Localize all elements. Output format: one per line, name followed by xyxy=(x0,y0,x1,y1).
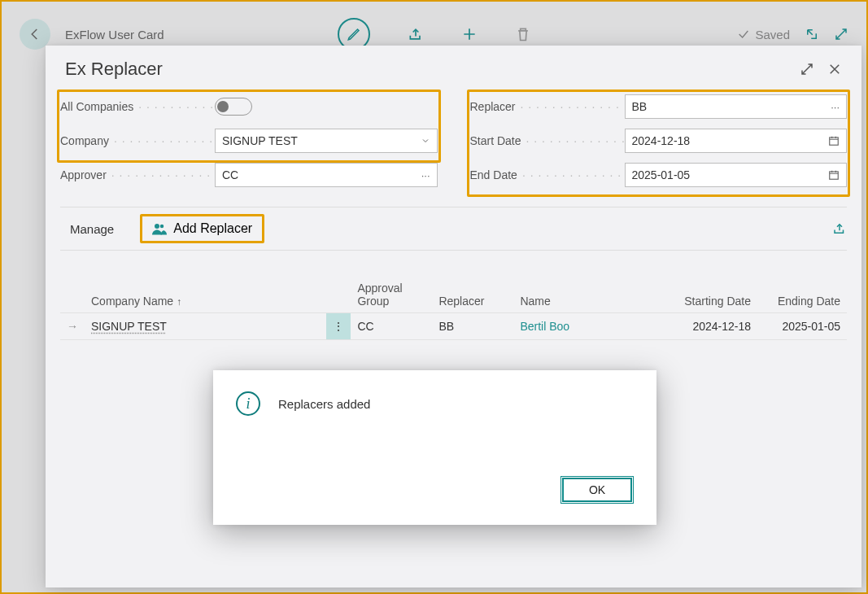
sort-asc-icon: ↑ xyxy=(177,296,181,308)
add-replacer-button[interactable]: Add Replacer xyxy=(140,214,264,243)
cell-approval-group: CC xyxy=(351,313,432,340)
ellipsis-icon: ··· xyxy=(421,169,430,181)
panel-header: Ex Replacer xyxy=(46,46,861,85)
company-value: SIGNUP TEST xyxy=(222,134,421,147)
start-date-input[interactable]: 2024-12-18 xyxy=(625,129,848,153)
panel-title: Ex Replacer xyxy=(65,59,163,80)
form-right-column: Replacer BB ··· Start Date 2024-12-18 xyxy=(470,90,848,192)
cell-company-name[interactable]: SIGNUP TEST xyxy=(91,320,167,333)
table-row[interactable]: → SIGNUP TEST ⋮ CC BB Bertil Boo 2024-12… xyxy=(60,313,847,340)
cell-starting-date: 2024-12-18 xyxy=(660,313,757,340)
info-icon: i xyxy=(236,391,260,416)
calendar-icon xyxy=(828,135,840,146)
all-companies-toggle[interactable] xyxy=(215,98,252,116)
row-select-arrow-icon[interactable]: → xyxy=(60,313,85,340)
info-dialog: i Replacers added OK xyxy=(213,370,656,525)
ellipsis-icon: ··· xyxy=(831,101,840,113)
cell-replacer: BB xyxy=(432,313,513,340)
replacer-table: Company Name ↑ Approval Group Replacer N… xyxy=(60,277,847,340)
svg-point-3 xyxy=(160,225,164,229)
col-starting-date[interactable]: Starting Date xyxy=(660,277,757,313)
end-date-value: 2025-01-05 xyxy=(632,168,829,181)
replacer-label: Replacer xyxy=(470,100,625,113)
svg-point-2 xyxy=(155,224,159,229)
chevron-down-icon xyxy=(421,136,430,146)
cell-name-link[interactable]: Bertil Boo xyxy=(520,320,569,333)
replacer-value: BB xyxy=(632,100,831,113)
manage-button[interactable]: Manage xyxy=(60,217,124,241)
company-label: Company xyxy=(60,134,215,147)
end-date-label: End Date xyxy=(470,168,625,181)
col-company-name[interactable]: Company Name ↑ xyxy=(85,277,326,313)
start-date-value: 2024-12-18 xyxy=(632,134,829,147)
dialog-message: Replacers added xyxy=(278,397,370,411)
panel-expand-icon[interactable] xyxy=(800,62,814,76)
share-list-button[interactable] xyxy=(832,221,847,236)
start-date-label: Start Date xyxy=(470,134,625,147)
svg-rect-0 xyxy=(830,138,839,145)
all-companies-label: All Companies xyxy=(60,100,215,113)
manage-label: Manage xyxy=(70,222,114,236)
approver-value: CC xyxy=(222,168,421,181)
form-area: All Companies Company SIGNUP TEST xyxy=(46,85,861,192)
users-icon xyxy=(152,222,167,235)
col-replacer[interactable]: Replacer xyxy=(432,277,513,313)
cell-ending-date: 2025-01-05 xyxy=(757,313,847,340)
company-select[interactable]: SIGNUP TEST xyxy=(215,129,438,153)
row-menu-button[interactable]: ⋮ xyxy=(326,313,351,340)
add-replacer-label: Add Replacer xyxy=(173,221,252,236)
col-approval-group[interactable]: Approval Group xyxy=(351,277,432,313)
replacer-lookup[interactable]: BB ··· xyxy=(625,94,848,119)
svg-rect-1 xyxy=(830,172,839,179)
calendar-icon xyxy=(828,169,840,181)
approver-lookup[interactable]: CC ··· xyxy=(215,163,438,187)
col-name[interactable]: Name xyxy=(513,277,660,313)
ok-button[interactable]: OK xyxy=(560,476,634,504)
approver-label: Approver xyxy=(60,168,215,181)
form-left-column: All Companies Company SIGNUP TEST xyxy=(60,90,438,192)
end-date-input[interactable]: 2025-01-05 xyxy=(625,163,848,187)
action-bar: Manage Add Replacer xyxy=(60,207,847,251)
col-ending-date[interactable]: Ending Date xyxy=(757,277,847,313)
panel-close-icon[interactable] xyxy=(827,62,842,76)
